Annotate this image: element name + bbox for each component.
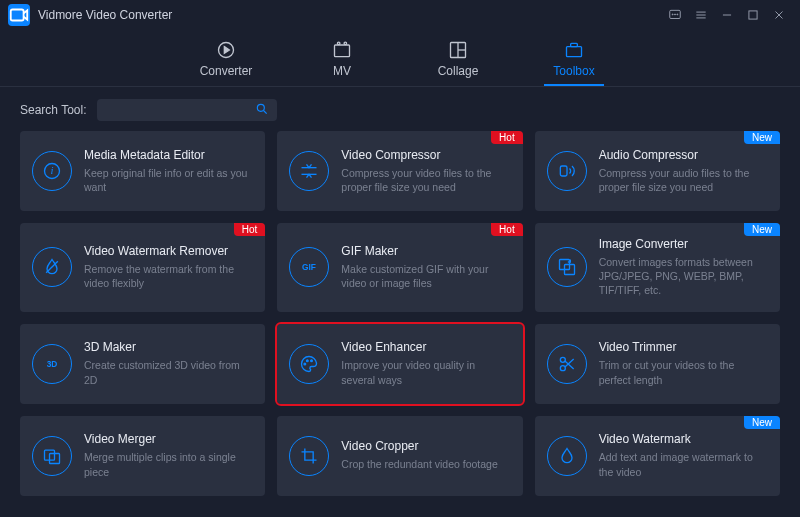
card-title: Video Watermark [599, 432, 768, 446]
card-text: Image ConverterConvert images formats be… [599, 237, 768, 298]
tab-label: Collage [438, 64, 479, 78]
video-enhancer-icon [289, 344, 329, 384]
search-label: Search Tool: [20, 103, 87, 117]
card-title: Video Compressor [341, 148, 510, 162]
new-badge: New [744, 131, 780, 144]
svg-point-3 [675, 14, 676, 15]
tool-card-gif-maker[interactable]: HotGIF MakerMake customized GIF with you… [277, 223, 522, 312]
card-text: Video MergerMerge multiple clips into a … [84, 432, 253, 478]
card-desc: Create customized 3D video from 2D [84, 358, 253, 386]
card-desc: Improve your video quality in several wa… [341, 358, 510, 386]
card-desc: Merge multiple clips into a single piece [84, 450, 253, 478]
video-watermark-remover-icon [32, 247, 72, 287]
tab-converter[interactable]: Converter [196, 40, 256, 86]
video-merger-icon [32, 436, 72, 476]
tab-label: Converter [200, 64, 253, 78]
3d-maker-icon [32, 344, 72, 384]
tool-card-video-cropper[interactable]: Video CropperCrop the redundant video fo… [277, 416, 522, 496]
maximize-button[interactable] [740, 2, 766, 28]
tool-card-video-watermark[interactable]: NewVideo WatermarkAdd text and image wat… [535, 416, 780, 496]
card-text: Media Metadata EditorKeep original file … [84, 148, 253, 194]
card-desc: Compress your video files to the proper … [341, 166, 510, 194]
tool-card-image-converter[interactable]: NewImage ConverterConvert images formats… [535, 223, 780, 312]
search-row: Search Tool: [0, 87, 800, 131]
media-metadata-editor-icon [32, 151, 72, 191]
video-trimmer-icon [547, 344, 587, 384]
card-text: Video CompressorCompress your video file… [341, 148, 510, 194]
svg-marker-13 [224, 47, 229, 54]
video-cropper-icon [289, 436, 329, 476]
card-text: GIF MakerMake customized GIF with your v… [341, 244, 510, 290]
tool-card-video-trimmer[interactable]: Video TrimmerTrim or cut your videos to … [535, 324, 780, 404]
card-desc: Crop the redundant video footage [341, 457, 510, 471]
tool-grid: Media Metadata EditorKeep original file … [0, 131, 800, 510]
card-desc: Trim or cut your videos to the perfect l… [599, 358, 768, 386]
search-input[interactable] [105, 104, 255, 116]
card-title: Audio Compressor [599, 148, 768, 162]
card-title: Video Watermark Remover [84, 244, 253, 258]
hot-badge: Hot [234, 223, 266, 236]
card-text: Video TrimmerTrim or cut your videos to … [599, 340, 768, 386]
hot-badge: Hot [491, 223, 523, 236]
close-button[interactable] [766, 2, 792, 28]
search-box[interactable] [97, 99, 277, 121]
tab-mv[interactable]: MV [312, 40, 372, 86]
card-title: Video Merger [84, 432, 253, 446]
minimize-button[interactable] [714, 2, 740, 28]
tool-card-media-metadata-editor[interactable]: Media Metadata EditorKeep original file … [20, 131, 265, 211]
svg-line-23 [263, 110, 266, 113]
menu-button[interactable] [688, 2, 714, 28]
card-title: Video Cropper [341, 439, 510, 453]
card-desc: Compress your audio files to the proper … [599, 166, 768, 194]
new-badge: New [744, 223, 780, 236]
hot-badge: Hot [491, 131, 523, 144]
tab-label: MV [333, 64, 351, 78]
card-text: Video WatermarkAdd text and image waterm… [599, 432, 768, 478]
title-bar: Vidmore Video Converter [0, 0, 800, 30]
tool-card-3d-maker[interactable]: 3D MakerCreate customized 3D video from … [20, 324, 265, 404]
tab-collage[interactable]: Collage [428, 40, 488, 86]
card-desc: Convert images formats between JPG/JPEG,… [599, 255, 768, 298]
card-desc: Remove the watermark from the video flex… [84, 262, 253, 290]
app-title: Vidmore Video Converter [38, 8, 172, 22]
tool-card-video-watermark-remover[interactable]: HotVideo Watermark RemoverRemove the wat… [20, 223, 265, 312]
card-title: Video Trimmer [599, 340, 768, 354]
tab-label: Toolbox [553, 64, 594, 78]
svg-rect-9 [749, 11, 757, 19]
card-title: Image Converter [599, 237, 768, 251]
audio-compressor-icon [547, 151, 587, 191]
svg-rect-14 [335, 45, 350, 57]
card-text: Video EnhancerImprove your video quality… [341, 340, 510, 386]
card-title: GIF Maker [341, 244, 510, 258]
video-watermark-icon [547, 436, 587, 476]
svg-point-2 [672, 14, 673, 15]
svg-point-16 [344, 42, 347, 45]
tool-card-video-enhancer[interactable]: Video EnhancerImprove your video quality… [277, 324, 522, 404]
tool-card-video-merger[interactable]: Video MergerMerge multiple clips into a … [20, 416, 265, 496]
image-converter-icon [547, 247, 587, 287]
card-text: Audio CompressorCompress your audio file… [599, 148, 768, 194]
svg-point-22 [257, 104, 264, 111]
card-text: 3D MakerCreate customized 3D video from … [84, 340, 253, 386]
svg-point-15 [337, 42, 340, 45]
card-desc: Keep original file info or edit as you w… [84, 166, 253, 194]
card-text: Video Watermark RemoverRemove the waterm… [84, 244, 253, 290]
svg-point-4 [677, 14, 678, 15]
card-title: Video Enhancer [341, 340, 510, 354]
tool-card-video-compressor[interactable]: HotVideo CompressorCompress your video f… [277, 131, 522, 211]
search-icon [255, 102, 269, 119]
feedback-button[interactable] [662, 2, 688, 28]
navbar: Converter MV Collage Toolbox [0, 30, 800, 86]
video-compressor-icon [289, 151, 329, 191]
card-title: Media Metadata Editor [84, 148, 253, 162]
tab-toolbox[interactable]: Toolbox [544, 40, 604, 86]
svg-rect-20 [567, 47, 582, 57]
card-title: 3D Maker [84, 340, 253, 354]
card-desc: Make customized GIF with your video or i… [341, 262, 510, 290]
svg-rect-0 [11, 10, 24, 21]
tool-card-audio-compressor[interactable]: NewAudio CompressorCompress your audio f… [535, 131, 780, 211]
card-text: Video CropperCrop the redundant video fo… [341, 439, 510, 471]
card-desc: Add text and image watermark to the vide… [599, 450, 768, 478]
app-logo [8, 4, 30, 26]
gif-maker-icon [289, 247, 329, 287]
